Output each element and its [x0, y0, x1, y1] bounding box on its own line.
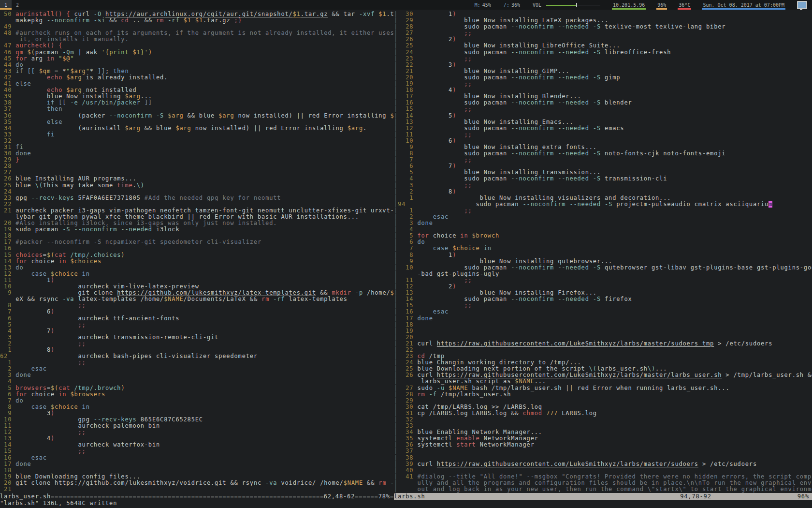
code-row: | 22 [394, 347, 812, 353]
statusline-inactive: larbs_user.sh ==========================… [0, 493, 394, 500]
code-row: | 5 blue Now installing transmission... [394, 169, 812, 176]
volume-handle[interactable] [576, 3, 577, 7]
code-row: | 30 cat /tmp/LARBS.log >> /LARBS.log [394, 404, 812, 410]
code-row: 16 esac [0, 455, 394, 461]
code-row: | 6 do [394, 239, 812, 245]
code-row: 45 for arg in "$@" [0, 56, 394, 62]
code-row: | 2 8) [394, 189, 812, 195]
code-row: 1 ;; [0, 359, 394, 366]
disk-module: /:36% [504, 0, 520, 10]
code-row: | 18 [394, 322, 812, 328]
code-row: 5 ;; [0, 322, 394, 328]
left-pane-larbs-user-sh[interactable]: 50 aurinstall() { curl -O https://aur.ar… [0, 10, 394, 493]
statusline-left-filename: larbs_user.sh [0, 493, 51, 500]
code-row: | 8 sudo pacman --noconfirm --needed -S … [394, 150, 812, 157]
code-row: | 9 blue Now installing extra fonts... [394, 144, 812, 150]
code-row: | 28 sudo pacman --noconfirm --needed -S… [394, 24, 812, 30]
code-row: 18 [0, 467, 394, 474]
workspace-2[interactable]: 2 [12, 0, 23, 10]
statusline-right-filename: larbs.sh [394, 493, 425, 500]
code-row: 26 blue Installing AUR programs... [0, 176, 394, 182]
code-row: 12 case $choice in [0, 271, 394, 277]
code-row: 24 [0, 189, 394, 195]
clock-module-text: Sun, Oct 08, 2017 at 07:00PM [703, 2, 784, 8]
code-row: 19 blue Downloading config files... [0, 474, 394, 480]
code-row: | 17 blue Now installing Blender... [394, 93, 812, 100]
code-row: | 10 sudo pacman --noconfirm --needed -S… [394, 265, 812, 271]
code-row: 40 echo $arg not installed [0, 87, 394, 93]
volume-slider[interactable] [546, 3, 600, 7]
code-row: lybar-git python-pywal xfce-theme-blackb… [0, 214, 394, 220]
code-row: 20 git clone https://github.com/lukesmit… [0, 480, 394, 486]
workspace-1[interactable]: 1 [0, 0, 12, 10]
code-row: | 13 blue Now installing Firefox... [394, 290, 812, 296]
code-row: 7 do [0, 398, 394, 404]
code-row: | 5 for choice in $browch [394, 233, 812, 239]
code-row: 2 ;; [0, 341, 394, 347]
disk-icon: /: [504, 2, 509, 8]
code-row: | 19 ;; [394, 81, 812, 87]
code-row: | 16 esac [394, 309, 812, 315]
code-row: 36 (packer --noconfirm -S $arg && blue $… [0, 113, 394, 119]
code-row: 50 aurinstall() { curl -O https://aur.ar… [0, 11, 394, 17]
battery-module-text: 96% [657, 2, 666, 8]
status-row: larbs_user.sh ==========================… [0, 493, 812, 500]
right-pane-larbs-sh[interactable]: | 30 1)| 29 blue Now installing LaTeX pa… [394, 10, 812, 493]
cursor: m [768, 201, 772, 208]
battery-module: 96% [657, 0, 666, 10]
terminal-screen: 12 M:45%/:36%VOL10.201.5.9696%36°CSun, O… [0, 0, 812, 508]
temp-module: 36°C [679, 0, 690, 10]
code-row: | 15 ;; [394, 106, 812, 112]
code-row: | 2 esac [394, 214, 812, 220]
code-row: | 34 blue Enabling Network Manager... [394, 429, 812, 435]
clock-module: Sun, Oct 08, 2017 at 07:00PM [703, 0, 784, 10]
code-row: | 23 cd /tmp [394, 353, 812, 359]
code-row: 44 do [0, 62, 394, 68]
code-row: | 25 blue Downloading next portion of th… [394, 366, 812, 372]
code-row: 21 aurcheck packer i3-gaps vim-pathogen … [0, 208, 394, 214]
code-row: | 23 ;; [394, 56, 812, 62]
code-row: 5 browsers=$(cat /tmp/.browch) [0, 385, 394, 391]
code-row: | 18 4) [394, 87, 812, 93]
code-row: 42 echo $arg is already installed. [0, 75, 394, 81]
command-line: "larbs.sh" 136L, 5648C written [0, 500, 812, 508]
code-row: | 31 cp /LARBS.log LARBS.log && chmod 77… [394, 410, 812, 417]
code-row: 22 [0, 201, 394, 208]
code-row: 9 git clone https://github.com/lukesmith… [0, 290, 394, 296]
code-row: | 37 [394, 448, 812, 454]
top-bar: 12 M:45%/:36%VOL10.201.5.9696%36°CSun, O… [0, 0, 812, 10]
code-row: | 36 systemctl start NetworkManager [394, 442, 812, 448]
code-row: 3 done [0, 372, 394, 378]
code-row: 11 aurcheck palemoon-bin [0, 423, 394, 429]
code-row: 13 do [0, 265, 394, 271]
code-row: |94 sudo pacman --noconfirm --needed -S … [394, 201, 812, 208]
code-row: | -bad gst-plugins-ugly [394, 271, 812, 277]
code-row: | 14 sudo pacman --noconfirm --needed -S… [394, 296, 812, 302]
code-row: 9 3) [0, 410, 394, 417]
code-row: 15 ;; [0, 448, 394, 454]
code-row: 23 gpg --recv-keys 5FAF0A6EE7371805 #Add… [0, 195, 394, 201]
volume-module[interactable]: VOL [533, 0, 600, 10]
code-row: 37 then [0, 106, 394, 112]
code-row: 10 aurcheck vim-live-latex-preview [0, 284, 394, 290]
code-row: | 26 curl https://raw.githubusercontent.… [394, 372, 812, 378]
code-row: | 27 ;; [394, 30, 812, 36]
ip-module-text: 10.201.5.96 [613, 2, 645, 8]
code-row: | 30 1) [394, 11, 812, 17]
code-row: 4 [0, 378, 394, 385]
code-row: it, or installs it manually. [0, 36, 394, 43]
code-row: 6 aurcheck ttf-ancient-fonts [0, 315, 394, 322]
code-row: | 4 sudo pacman --noconfirm --needed -S … [394, 176, 812, 182]
code-row: 3 aurcheck transmission-remote-cli-git [0, 334, 394, 341]
code-row: | 11 ;; [394, 132, 812, 138]
code-row: 29 } [0, 157, 394, 163]
code-row: eX && rsync -va latex-templates /home/$N… [0, 296, 394, 302]
code-row: | 16 sudo pacman --noconfirm --needed -S… [394, 100, 812, 106]
code-row: 12 ;; [0, 429, 394, 435]
code-row: 41 else [0, 81, 394, 87]
code-row: | 29 [394, 398, 812, 404]
code-row: | 3 done [394, 220, 812, 226]
code-row: | 13 blue Now installing Emacs... [394, 119, 812, 125]
code-row: 39 blue Now installing $arg... [0, 93, 394, 100]
volume-label: VOL [533, 2, 541, 8]
